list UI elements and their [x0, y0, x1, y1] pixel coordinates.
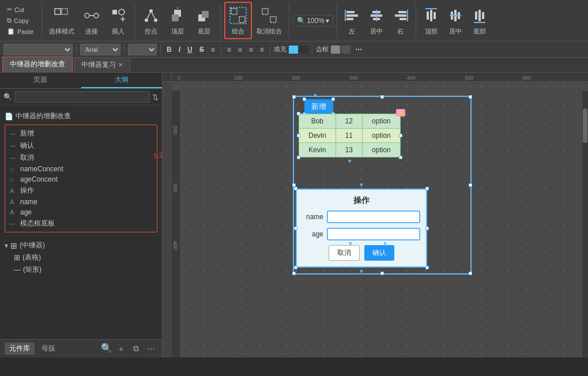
tree-item-cancel[interactable]: — 取消 [7, 152, 154, 164]
form-name-label: name [303, 213, 323, 221]
cut-button[interactable]: ✂ Cut [5, 5, 36, 14]
group-button[interactable]: 组合 [224, 2, 252, 39]
list-button[interactable]: ≡ [209, 45, 217, 54]
more-options-button[interactable]: ⋯ [145, 343, 157, 355]
align-bottom-button[interactable]: 底部 [468, 3, 491, 38]
connect-button[interactable]: 连接 [79, 3, 104, 38]
tree-item-add[interactable]: — 新增 [7, 127, 154, 140]
component-library-tab[interactable]: 元件库 [5, 343, 35, 355]
svg-rect-23 [346, 14, 358, 17]
copy-component-button[interactable]: ⧉ [130, 343, 142, 355]
tab-main[interactable]: 中继器的增删改查 [2, 57, 73, 72]
page-tab[interactable]: 页面 [0, 73, 81, 88]
table-row-1: Devin 11 option [299, 129, 401, 143]
ruler-mark-600: 600 [522, 75, 531, 81]
canvas-scrollbar[interactable] [582, 91, 588, 358]
align-top-icon [423, 5, 439, 26]
svg-rect-36 [434, 12, 436, 19]
cell-option-2[interactable]: option [363, 143, 401, 157]
paste-button[interactable]: 📋 Paste [5, 27, 36, 36]
align-right-button[interactable]: 右 [389, 3, 412, 38]
form-name-input[interactable] [327, 210, 420, 223]
insert-button[interactable]: 插入 [105, 3, 131, 38]
svg-rect-13 [172, 14, 179, 21]
ungroup-button[interactable]: 取消组合 [253, 3, 285, 38]
ruler-mark-300: 300 [349, 75, 358, 81]
handle-tl [303, 97, 306, 101]
tab-review[interactable]: 中继器复习 ✕ [74, 57, 130, 72]
form-row-name: name [303, 210, 420, 223]
new-button-canvas[interactable]: ▼ 新增 [304, 99, 333, 114]
ruler-mark-0: 0 [178, 75, 180, 81]
scrollbar-thumb[interactable] [583, 108, 587, 143]
align-left-button[interactable]: 左 [341, 3, 364, 38]
fmt-divider-6 [312, 44, 312, 55]
align-top-button[interactable]: 顶部 [420, 3, 443, 38]
zoom-control[interactable]: 🔍 100% ▾ [293, 15, 333, 27]
form-age-label: age [303, 230, 323, 238]
form-age-input[interactable] [327, 228, 420, 240]
child-table[interactable]: ⊞ (表格) [14, 251, 157, 264]
cell-option-1[interactable]: option [363, 129, 401, 143]
bold-button[interactable]: B [164, 45, 174, 54]
tree-item-name[interactable]: A name [7, 197, 154, 207]
align-justify-fmt-button[interactable]: ≡ [258, 45, 266, 54]
align-right-icon [393, 5, 409, 26]
align-center-button[interactable]: 居中 [365, 3, 388, 38]
select-mode-button[interactable]: 选择模式 [46, 3, 78, 38]
align-middle-button[interactable]: 居中 [444, 3, 467, 38]
master-tab[interactable]: 母版 [37, 343, 60, 355]
bottom-layer-button[interactable]: 底层 [191, 3, 217, 38]
tab-review-close[interactable]: ✕ [118, 62, 123, 68]
add-button[interactable]: + [115, 343, 127, 355]
top-layer-button[interactable]: 顶层 [165, 3, 190, 38]
svg-point-9 [145, 18, 148, 22]
svg-rect-43 [478, 10, 481, 21]
border-color-dark[interactable] [341, 46, 350, 54]
border-color[interactable] [331, 46, 340, 54]
align-left-fmt-button[interactable]: ≡ [225, 45, 233, 54]
italic-button[interactable]: I [176, 45, 183, 54]
control-point-button[interactable]: 控点 [138, 3, 164, 38]
form-cancel-button[interactable]: 取消 [329, 245, 360, 261]
svg-point-11 [154, 18, 157, 22]
filter-icon[interactable]: ⇅ [152, 93, 159, 101]
fmt-divider-2 [124, 44, 125, 55]
font-select[interactable]: Arial [80, 44, 120, 55]
outline-tab[interactable]: 大纲 [81, 73, 163, 88]
cell-age-0: 12 [336, 114, 362, 129]
tree-item-age[interactable]: A age [7, 207, 154, 217]
child-items: ⊞ (表格) — (矩形) [5, 251, 157, 276]
svg-rect-31 [395, 14, 406, 17]
strikethrough-button[interactable]: S [197, 45, 206, 54]
tree-item-name-concent[interactable]: □ nameConcent [7, 164, 154, 174]
control-point-icon [142, 5, 160, 26]
parent-repeater[interactable]: ▾ ⊞ (中继器) [5, 239, 157, 251]
svg-rect-24 [346, 18, 353, 20]
form-confirm-button[interactable]: 确认 [364, 245, 394, 261]
tree-item-confirm[interactable]: — 确认 [7, 140, 154, 152]
child-rect[interactable]: — (矩形) [14, 264, 157, 276]
tree-item-operation[interactable]: A 操作 [7, 185, 154, 197]
style-select[interactable] [3, 44, 73, 55]
fill-color-dark[interactable] [299, 46, 308, 54]
more-border-button[interactable]: ⋯ [353, 45, 364, 54]
search-input[interactable] [14, 91, 150, 103]
tree-item-modal[interactable]: — 模态框底板 [7, 217, 154, 230]
new-record-button[interactable]: 新增 [304, 99, 333, 114]
tree-item-age-concent[interactable]: □ ageConcent [7, 174, 154, 185]
add-component-button[interactable]: 🔍 [101, 343, 112, 354]
fill-color-blue[interactable] [289, 46, 298, 54]
cell-option-0[interactable]: option [363, 114, 401, 129]
clipboard-group: ✂ Cut ⧉ Copy 📋 Paste [2, 3, 38, 37]
table-handle-ml [297, 134, 300, 137]
align-center-fmt-button[interactable]: ≡ [236, 45, 244, 54]
paste-icon: 📋 [7, 28, 15, 35]
copy-button[interactable]: ⧉ Copy [5, 16, 36, 25]
align-right-fmt-button[interactable]: ≡ [247, 45, 255, 54]
align-left-icon [344, 5, 360, 26]
underline-button[interactable]: U [185, 45, 195, 54]
cell-name-1: Devin [299, 129, 336, 143]
font-size-select[interactable] [128, 44, 157, 55]
divider-1 [42, 3, 42, 38]
